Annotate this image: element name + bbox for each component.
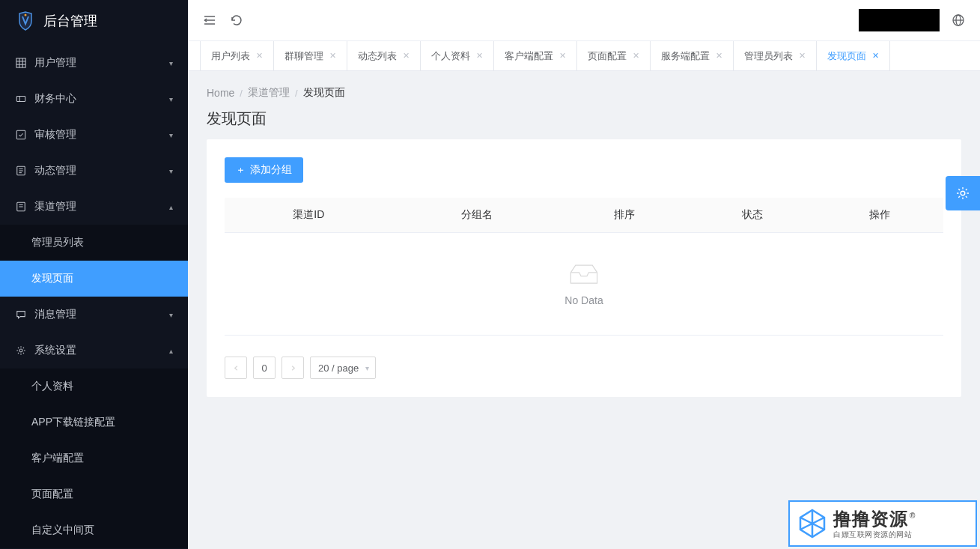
watermark-logo-icon [796,507,829,540]
chevron-down-icon: ▾ [169,59,173,67]
close-icon[interactable]: ✕ [329,51,336,61]
chevron-up-icon: ▴ [169,347,173,355]
doc-icon [15,201,27,213]
svg-point-15 [19,349,22,352]
empty-state: No Data [225,233,943,329]
tab-label: 群聊管理 [284,49,323,63]
close-icon[interactable]: ✕ [559,51,566,61]
sidebar-item-users[interactable]: 用户管理 ▾ [0,45,188,81]
sidebar-item-audit[interactable]: 审核管理 ▾ [0,117,188,153]
breadcrumb-home[interactable]: Home [207,87,234,99]
table-header-status: 状态 [688,198,815,233]
sidebar-item-channel[interactable]: 渠道管理 ▴ [0,189,188,225]
tab-client-config[interactable]: 客户端配置✕ [493,41,577,70]
sidebar-item-label: 财务中心 [34,92,169,106]
breadcrumb-channel[interactable]: 渠道管理 [248,86,290,100]
button-label: 添加分组 [250,163,292,177]
brand-title: 后台管理 [43,12,97,30]
tab-label: 动态列表 [358,49,397,63]
sidebar-item-label: 系统设置 [34,344,169,357]
sidebar-subitem-profile[interactable]: 个人资料 [0,368,188,404]
collapse-sidebar-button[interactable] [203,13,216,27]
watermark-reg-mark: ® [910,512,915,520]
tab-label: 用户列表 [211,49,250,63]
close-icon[interactable]: ✕ [799,51,806,61]
sidebar-subitem-label: 发现页面 [31,272,73,285]
table-header-channel-id: 渠道ID [225,198,393,233]
sidebar-header: 后台管理 [0,0,188,42]
tab-label: 发现页面 [827,49,866,63]
next-page-button[interactable] [281,357,304,379]
sidebar-item-message[interactable]: 消息管理 ▾ [0,297,188,333]
close-icon[interactable]: ✕ [716,51,722,61]
breadcrumb-sep: / [240,88,243,99]
floating-settings-button[interactable] [946,176,980,210]
tab-page-config[interactable]: 页面配置✕ [576,41,651,70]
watermark-subtitle: 白嫖互联网资源的网站 [833,530,913,540]
table-header-actions: 操作 [816,198,943,233]
tab-server-config[interactable]: 服务端配置✕ [650,41,734,70]
tab-group-chat[interactable]: 群聊管理✕ [273,41,347,70]
sidebar: 后台管理 用户管理 ▾ 财务中心 ▾ 审核管理 ▾ [0,0,188,549]
tab-label: 管理员列表 [744,49,793,63]
empty-text: No Data [225,294,943,306]
chat-icon [15,309,27,321]
page-number-input[interactable] [253,357,276,379]
prev-page-button[interactable] [225,357,247,379]
page-size-label: 20 / page [318,363,359,374]
sidebar-subitem-app-download[interactable]: APP下载链接配置 [0,404,188,440]
svg-point-22 [961,191,965,195]
tab-label: 页面配置 [588,49,627,63]
table-header-sort: 排序 [561,198,688,233]
sidebar-subitem-discover-page[interactable]: 发现页面 [0,261,188,297]
close-icon[interactable]: ✕ [872,51,879,61]
tab-admin-list[interactable]: 管理员列表✕ [733,41,817,70]
close-icon[interactable]: ✕ [256,51,263,61]
chevron-down-icon: ▾ [365,364,369,372]
main-area: 用户列表✕ 群聊管理✕ 动态列表✕ 个人资料✕ 客户端配置✕ 页面配置✕ 服务端… [188,0,980,549]
main-card: ＋ 添加分组 渠道ID 分组名 排序 状态 操作 [207,139,961,397]
close-icon[interactable]: ✕ [403,51,410,61]
sidebar-subitem-page-config[interactable]: 页面配置 [0,476,188,512]
data-table: 渠道ID 分组名 排序 状态 操作 [225,198,943,233]
tabs-bar: 用户列表✕ 群聊管理✕ 动态列表✕ 个人资料✕ 客户端配置✕ 页面配置✕ 服务端… [188,41,980,71]
page-size-select[interactable]: 20 / page ▾ [310,357,376,379]
tab-user-list[interactable]: 用户列表✕ [200,41,274,70]
svg-point-0 [25,14,27,16]
svg-rect-1 [16,58,25,67]
sidebar-item-label: 渠道管理 [34,200,169,213]
tab-dynamic-list[interactable]: 动态列表✕ [347,41,421,70]
table-header-group-name: 分组名 [393,198,561,233]
refresh-button[interactable] [230,13,243,27]
gear-icon [15,345,27,357]
sidebar-item-label: 动态管理 [34,164,169,178]
svg-rect-6 [16,97,25,102]
sidebar-subitem-label: 自定义中间页 [31,524,94,537]
user-area[interactable] [859,9,940,31]
sidebar-subitem-admin-list[interactable]: 管理员列表 [0,225,188,261]
watermark-title: 撸撸资源 [833,509,908,529]
chevron-down-icon: ▾ [169,95,173,103]
sidebar-item-finance[interactable]: 财务中心 ▾ [0,81,188,117]
logo-icon [15,10,36,31]
sidebar-item-label: 审核管理 [34,128,169,142]
tab-label: 客户端配置 [505,49,553,63]
globe-icon[interactable] [952,13,965,27]
chevron-down-icon: ▾ [169,311,173,319]
close-icon[interactable]: ✕ [633,51,639,61]
grid-icon [15,57,27,69]
sidebar-subitem-custom-middle[interactable]: 自定义中间页 [0,512,188,548]
add-group-button[interactable]: ＋ 添加分组 [225,157,303,183]
content-area: Home / 渠道管理 / 发现页面 发现页面 ＋ 添加分组 渠道ID [188,71,980,549]
ticket-icon [15,93,27,105]
sidebar-item-dynamic[interactable]: 动态管理 ▾ [0,153,188,189]
tab-discover-page[interactable]: 发现页面✕ [816,41,890,70]
close-icon[interactable]: ✕ [476,51,483,61]
chevron-down-icon: ▾ [169,131,173,139]
tab-label: 个人资料 [431,49,470,63]
tab-profile[interactable]: 个人资料✕ [420,41,494,70]
tab-label: 服务端配置 [661,49,710,63]
chevron-up-icon: ▴ [169,203,173,211]
sidebar-item-system[interactable]: 系统设置 ▴ [0,333,188,368]
sidebar-subitem-client-config[interactable]: 客户端配置 [0,440,188,476]
